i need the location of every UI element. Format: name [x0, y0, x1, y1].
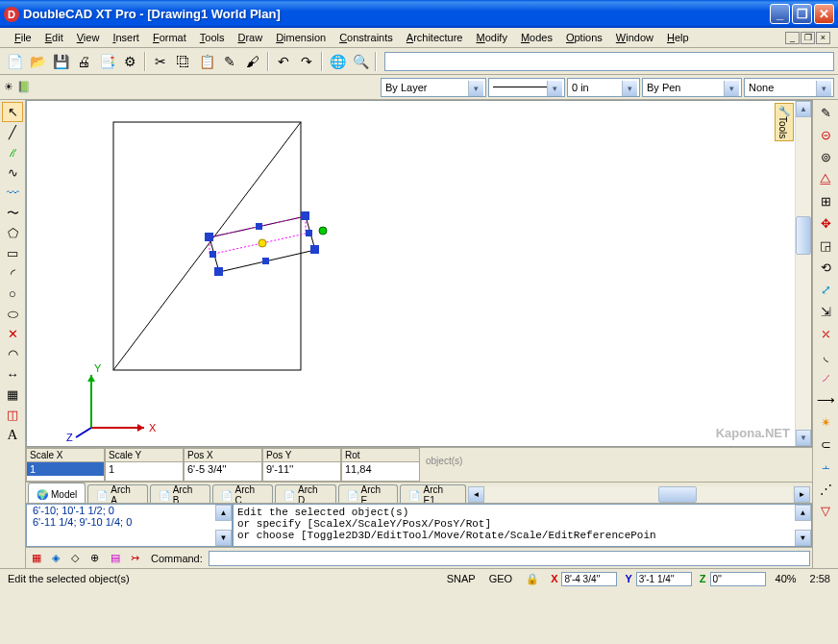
- coord-z-input[interactable]: [710, 572, 766, 586]
- coord-history[interactable]: 6'-10; 10'-1 1/2; 06'-11 1/4; 9'-10 1/4;…: [26, 504, 233, 547]
- line-icon[interactable]: ╱: [2, 122, 23, 142]
- menu-window[interactable]: Window: [609, 30, 660, 45]
- menu-options[interactable]: Options: [559, 30, 609, 45]
- tab-arch-e[interactable]: 📄 Arch E: [338, 484, 399, 503]
- posy-input[interactable]: Pos Y9'-11'': [262, 448, 341, 482]
- page-setup-icon[interactable]: 📑: [96, 51, 117, 72]
- zoom-icon[interactable]: 🔍: [350, 51, 371, 72]
- doubleline-icon[interactable]: ⫽: [2, 142, 23, 162]
- menu-modes[interactable]: Modes: [514, 30, 559, 45]
- rotate-icon[interactable]: ⟲: [815, 257, 836, 278]
- menu-view[interactable]: View: [70, 30, 107, 45]
- move-icon[interactable]: ✥: [815, 212, 836, 234]
- hscroll-thumb[interactable]: [658, 486, 697, 503]
- undo-icon[interactable]: ↶: [273, 51, 294, 72]
- fillet-icon[interactable]: ◟: [815, 345, 836, 366]
- mdi-minimize[interactable]: _: [785, 32, 800, 44]
- copy2-icon[interactable]: ◲: [815, 235, 836, 256]
- vertical-scrollbar[interactable]: ▲ ▼: [795, 101, 811, 446]
- coord-x-input[interactable]: [561, 572, 617, 586]
- lock-icon[interactable]: 🔒: [522, 573, 543, 585]
- zoom-extents-icon[interactable]: 🌐: [327, 51, 348, 72]
- linestyle-combo[interactable]: [488, 78, 565, 97]
- drawing-canvas[interactable]: X Y Z ▲ ▼ 🔧 Tools Kapona.NET: [26, 100, 812, 447]
- rectangle-icon[interactable]: ▭: [2, 243, 23, 263]
- minimize-button[interactable]: _: [770, 4, 790, 24]
- ellipse-icon[interactable]: ⬭: [2, 304, 23, 324]
- tab-arch-c[interactable]: 📄 Arch C: [212, 484, 273, 503]
- menu-dimension[interactable]: Dimension: [269, 30, 333, 45]
- print-icon[interactable]: 🖨: [73, 51, 94, 72]
- spline-icon[interactable]: ◠: [2, 344, 23, 364]
- align-icon[interactable]: ⫠: [815, 456, 836, 477]
- explode-icon[interactable]: ✴: [815, 411, 836, 433]
- menu-constraints[interactable]: Constraints: [333, 30, 400, 45]
- chamfer-icon[interactable]: ⟋: [815, 367, 836, 388]
- extend-icon[interactable]: ⟶: [815, 389, 836, 410]
- dimension-icon[interactable]: ↔: [2, 364, 23, 384]
- polyline-icon[interactable]: ∿: [2, 162, 23, 183]
- arc-icon[interactable]: ◜: [2, 263, 23, 284]
- scroll-up-icon[interactable]: ▲: [796, 101, 811, 117]
- scaley-input[interactable]: Scale Y1: [105, 448, 184, 482]
- circle-icon[interactable]: ○: [2, 284, 23, 304]
- layer-combo[interactable]: By Layer: [381, 78, 486, 97]
- multiline-icon[interactable]: 〰: [2, 183, 23, 203]
- open-icon[interactable]: 📂: [27, 51, 48, 72]
- save-icon[interactable]: 💾: [50, 51, 71, 72]
- close-button[interactable]: ✕: [814, 4, 834, 24]
- menu-tools[interactable]: Tools: [193, 30, 232, 45]
- scroll-down-icon[interactable]: ▼: [796, 430, 811, 446]
- coord-y-input[interactable]: [636, 572, 692, 586]
- rot-input[interactable]: Rot11,84: [341, 448, 420, 482]
- menu-format[interactable]: Format: [146, 30, 193, 45]
- edit-icon[interactable]: ✎: [219, 51, 240, 72]
- viewport-icon[interactable]: ◫: [2, 405, 23, 425]
- layer-icon[interactable]: ▤: [107, 550, 124, 567]
- tab-arch-d[interactable]: 📄 Arch D: [275, 484, 335, 503]
- cmdout-down-icon[interactable]: ▼: [795, 530, 811, 546]
- array-icon[interactable]: ⊞: [815, 190, 836, 211]
- scalex-input[interactable]: Scale X1: [26, 448, 105, 482]
- mirror-icon[interactable]: ⧋: [815, 168, 836, 189]
- curve-icon[interactable]: 〜: [2, 203, 23, 223]
- tab-arch-e1[interactable]: 📄 Arch E1: [400, 484, 466, 503]
- tab-arch-b[interactable]: 📄 Arch B: [150, 484, 210, 503]
- menu-draw[interactable]: Draw: [231, 30, 269, 45]
- text-icon[interactable]: A: [2, 425, 23, 445]
- edit-tool-icon[interactable]: ✎: [815, 102, 836, 123]
- command-input[interactable]: [209, 551, 810, 566]
- hatch-icon[interactable]: ▦: [2, 384, 23, 405]
- copy-icon[interactable]: ⿻: [173, 51, 194, 72]
- region-icon[interactable]: ▽: [815, 500, 836, 521]
- scroll-thumb[interactable]: [796, 216, 811, 255]
- scroll-left-icon[interactable]: ◄: [468, 486, 484, 503]
- menu-architecture[interactable]: Architecture: [400, 30, 470, 45]
- maximize-button[interactable]: ❐: [792, 4, 812, 24]
- scale-icon[interactable]: ⤢: [815, 279, 836, 300]
- stretch-icon[interactable]: ⇲: [815, 301, 836, 322]
- lineweight-combo[interactable]: 0 in: [567, 78, 640, 97]
- track-icon[interactable]: ↣: [126, 550, 143, 567]
- menu-edit[interactable]: Edit: [38, 30, 70, 45]
- search-input[interactable]: [384, 52, 834, 71]
- new-icon[interactable]: 📄: [4, 51, 25, 72]
- tab-scrollbar[interactable]: ◄ ►: [468, 486, 810, 503]
- divide-icon[interactable]: ⋰: [815, 478, 836, 499]
- settings-icon[interactable]: ⚙: [119, 51, 140, 72]
- linetype-combo[interactable]: None: [744, 78, 834, 97]
- brush-icon[interactable]: 🖌: [242, 51, 263, 72]
- point-icon[interactable]: ✕: [2, 324, 23, 344]
- tools-palette-tab[interactable]: 🔧 Tools: [775, 103, 794, 141]
- snap-toggle[interactable]: SNAP: [443, 573, 480, 584]
- menu-modify[interactable]: Modify: [469, 30, 513, 45]
- zoom-level[interactable]: 40%: [772, 573, 801, 584]
- redo-icon[interactable]: ↷: [296, 51, 317, 72]
- mdi-close[interactable]: ×: [816, 32, 830, 44]
- ortho-icon[interactable]: ⊕: [86, 550, 103, 567]
- cut-icon[interactable]: ✂: [150, 51, 171, 72]
- snap-icon[interactable]: ◈: [47, 550, 64, 567]
- pointer-icon[interactable]: ↖: [2, 102, 23, 122]
- cmdout-up-icon[interactable]: ▲: [795, 505, 811, 521]
- posx-input[interactable]: Pos X6'-5 3/4'': [184, 448, 262, 482]
